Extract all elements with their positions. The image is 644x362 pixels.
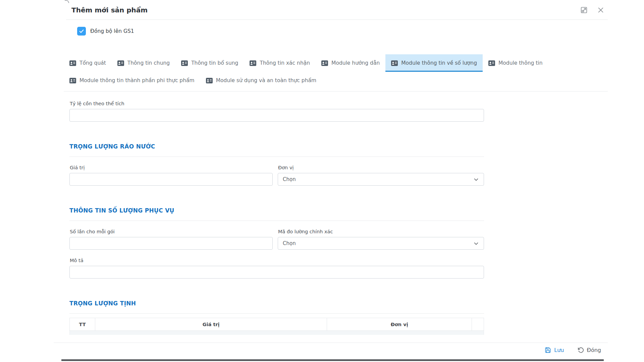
footer-divider <box>54 343 608 343</box>
tab-bar: Tổng quát Thông tin chung Thông tin bổ s… <box>64 54 608 92</box>
id-card-icon <box>69 60 76 66</box>
section-title-drained-weight: TRỌNG LƯỢNG RÁO NƯỚC <box>69 143 484 150</box>
select-placeholder: Chọn <box>283 240 296 246</box>
undo-icon <box>578 347 584 353</box>
drained-value-label: Giá trị <box>70 165 273 170</box>
alcohol-label: Tỷ lệ cồn theo thể tích <box>70 101 484 106</box>
description-input[interactable] <box>69 266 484 279</box>
tab-module-huong-dan[interactable]: Module hướng dẫn <box>316 54 385 72</box>
column-header-actions <box>472 318 484 331</box>
tab-module-thong-tin-ve-so-luong[interactable]: Module thông tin về số lượng <box>385 54 483 72</box>
sync-gs1-row: Đồng bộ lên GS1 <box>77 27 644 36</box>
modal-title: Thêm mới sản phẩm <box>71 6 148 14</box>
net-weight-table: TT Giá trị Đơn vị <box>69 318 484 335</box>
per-pack-label: Số lần cho mỗi gói <box>70 229 273 234</box>
table-row <box>70 331 484 335</box>
drained-value-field: Giá trị <box>69 157 273 186</box>
id-card-icon <box>69 78 76 83</box>
precision-select[interactable]: Chọn <box>278 237 484 250</box>
header-divider <box>66 19 608 20</box>
precision-field: Mã đo lường chính xác Chọn <box>278 221 484 250</box>
close-icon[interactable] <box>597 6 604 14</box>
id-card-icon <box>206 78 213 83</box>
save-button[interactable]: Lưu <box>545 347 564 353</box>
close-button-label: Đóng <box>587 347 601 353</box>
drained-value-input[interactable] <box>69 173 273 186</box>
drained-unit-select[interactable]: Chọn <box>278 173 484 186</box>
sync-gs1-label: Đồng bộ lên GS1 <box>90 28 134 34</box>
tab-thong-tin-xac-nhan[interactable]: Thông tin xác nhận <box>244 54 316 72</box>
tab-module-thong-tin[interactable]: Module thông tin <box>483 54 548 72</box>
footer-actions: Lưu Đóng <box>545 347 601 353</box>
tabs-divider <box>64 91 608 92</box>
column-header-gia-tri: Giá trị <box>95 318 327 331</box>
id-card-icon <box>391 60 398 66</box>
section-title-serving-info: THÔNG TIN SỐ LƯỢNG PHỤC VỤ <box>69 207 484 214</box>
modal-header: Thêm mới sản phẩm <box>0 0 644 19</box>
check-icon <box>79 28 84 34</box>
drained-unit-field: Đơn vị Chọn <box>278 157 484 186</box>
tab-thong-tin-bo-sung[interactable]: Thông tin bổ sung <box>175 54 244 72</box>
column-header-tt: TT <box>70 318 95 331</box>
tab-row-1: Tổng quát Thông tin chung Thông tin bổ s… <box>64 54 608 72</box>
id-card-icon <box>181 60 188 66</box>
close-button[interactable]: Đóng <box>578 347 601 353</box>
column-header-don-vi: Đơn vị <box>327 318 472 331</box>
per-pack-field: Số lần cho mỗi gói <box>69 221 273 250</box>
description-label: Mô tả <box>70 258 484 263</box>
section-divider <box>69 313 484 314</box>
tab-thong-tin-chung[interactable]: Thông tin chung <box>112 54 175 72</box>
bottom-edge-line <box>61 359 604 361</box>
maximize-icon[interactable] <box>580 6 588 14</box>
tab-tong-quat[interactable]: Tổng quát <box>64 54 112 72</box>
id-card-icon <box>488 60 495 66</box>
window-controls <box>580 6 604 14</box>
save-icon <box>545 347 551 353</box>
tab-module-su-dung-va-an-toan[interactable]: Module sử dụng và an toàn thực phẩm <box>200 72 322 89</box>
save-button-label: Lưu <box>554 347 564 353</box>
sync-gs1-checkbox[interactable] <box>77 27 86 36</box>
id-card-icon <box>321 60 328 66</box>
chevron-down-icon <box>473 241 479 246</box>
drained-unit-label: Đơn vị <box>278 165 484 170</box>
id-card-icon <box>250 60 256 66</box>
tab-module-thanh-phan-phi-thuc-pham[interactable]: Module thông tin thành phần phi thực phẩ… <box>64 72 200 89</box>
alcohol-input[interactable] <box>69 109 484 122</box>
net-weight-table-header-row: TT Giá trị Đơn vị <box>70 318 484 331</box>
id-card-icon <box>117 60 124 66</box>
section-title-net-weight: TRỌNG LƯỢNG TỊNH <box>69 300 484 307</box>
chevron-down-icon <box>473 177 479 182</box>
per-pack-input[interactable] <box>69 237 273 250</box>
tab-row-2: Module thông tin thành phần phi thực phẩ… <box>64 72 608 89</box>
select-placeholder: Chọn <box>283 176 296 182</box>
tab-panel-so-luong: Tỷ lệ cồn theo thể tích TRỌNG LƯỢNG RÁO … <box>69 101 484 335</box>
precision-label: Mã đo lường chính xác <box>278 229 484 234</box>
